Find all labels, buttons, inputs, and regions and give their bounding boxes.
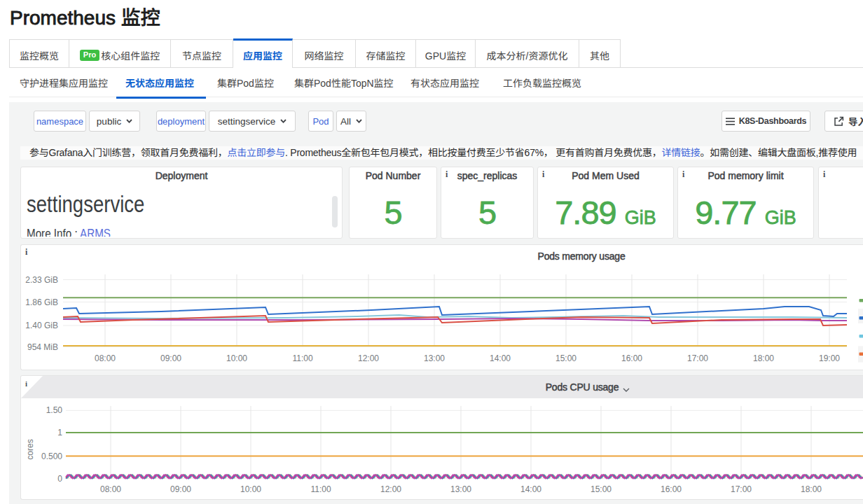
svg-text:11:00: 11:00 xyxy=(310,484,331,494)
svg-text:17:00: 17:00 xyxy=(687,354,708,363)
svg-text:12:00: 12:00 xyxy=(380,484,401,494)
svg-text:15:00: 15:00 xyxy=(591,484,612,494)
svg-text:1.40 GiB: 1.40 GiB xyxy=(25,321,58,330)
svg-text:18:00: 18:00 xyxy=(801,484,822,494)
svg-text:11:00: 11:00 xyxy=(292,354,312,363)
svg-text:10:00: 10:00 xyxy=(226,354,247,363)
svg-text:09:00: 09:00 xyxy=(170,484,191,494)
svg-text:13:00: 13:00 xyxy=(424,354,445,363)
svg-text:08:00: 08:00 xyxy=(100,484,121,494)
svg-text:Pods CPU usage: Pods CPU usage xyxy=(546,382,619,393)
svg-text:1: 1 xyxy=(57,428,62,438)
svg-text:14:00: 14:00 xyxy=(520,484,541,494)
svg-text:1.86 GiB: 1.86 GiB xyxy=(25,298,58,307)
svg-text:16:00: 16:00 xyxy=(661,484,682,494)
svg-text:17:00: 17:00 xyxy=(731,484,752,494)
svg-text:08:00: 08:00 xyxy=(95,354,116,363)
svg-text:12:00: 12:00 xyxy=(358,354,379,363)
svg-text:09:00: 09:00 xyxy=(160,354,181,363)
svg-text:2.33 GiB: 2.33 GiB xyxy=(25,275,58,285)
svg-text:10:00: 10:00 xyxy=(240,484,261,494)
svg-text:19:00: 19:00 xyxy=(819,354,840,363)
svg-text:14:00: 14:00 xyxy=(490,354,511,363)
svg-text:18:00: 18:00 xyxy=(753,354,774,363)
svg-text:1.50: 1.50 xyxy=(46,405,63,415)
svg-text:13:00: 13:00 xyxy=(450,484,471,494)
svg-text:0: 0 xyxy=(57,474,62,484)
svg-text:15:00: 15:00 xyxy=(555,354,577,363)
svg-text:954 MiB: 954 MiB xyxy=(27,342,58,352)
svg-text:cores: cores xyxy=(25,439,35,459)
svg-text:i: i xyxy=(25,379,27,388)
svg-text:0.500: 0.500 xyxy=(41,451,62,461)
svg-text:16:00: 16:00 xyxy=(621,354,642,363)
